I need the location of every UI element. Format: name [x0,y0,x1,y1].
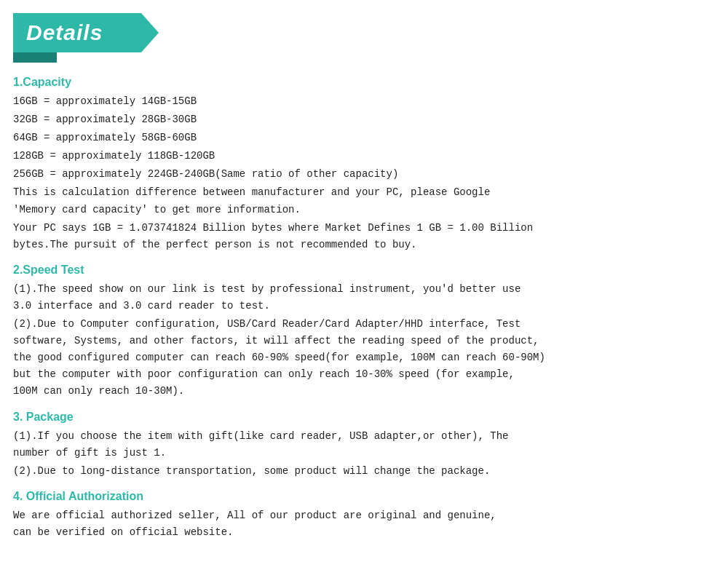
paragraph: 64GB = approximately 58GB-60GB [13,130,715,146]
banner-shadow [13,52,57,63]
section-heading-speed-test: 2.Speed Test [13,264,715,277]
paragraph: This is calculation difference between m… [13,184,715,218]
section-body-official-authorization: We are official authorized seller, All o… [13,507,715,541]
section-body-speed-test: (1).The speed show on our link is test b… [13,281,715,400]
section-speed-test: 2.Speed Test(1).The speed show on our li… [13,264,715,400]
page-wrapper: Details 1.Capacity16GB = approximately 1… [0,0,728,586]
sections-container: 1.Capacity16GB = approximately 14GB-15GB… [13,76,715,541]
section-package: 3. Package(1).If you choose the item wit… [13,411,715,480]
paragraph: (2).Due to long-distance transportation,… [13,463,715,480]
details-banner: Details [13,13,159,52]
paragraph: 128GB = approximately 118GB-120GB [13,148,715,165]
section-body-capacity: 16GB = approximately 14GB-15GB32GB = app… [13,93,715,253]
paragraph: 32GB = approximately 28GB-30GB [13,111,715,128]
section-heading-capacity: 1.Capacity [13,76,715,89]
section-capacity: 1.Capacity16GB = approximately 14GB-15GB… [13,76,715,253]
section-heading-official-authorization: 4. Official Authorization [13,490,715,503]
paragraph: 16GB = approximately 14GB-15GB [13,93,715,110]
paragraph: (1).The speed show on our link is test b… [13,281,715,314]
section-body-package: (1).If you choose the item with gift(lik… [13,428,715,480]
paragraph: We are official authorized seller, All o… [13,507,715,541]
details-banner-text: Details [26,20,103,45]
paragraph: (1).If you choose the item with gift(lik… [13,428,715,462]
details-banner-bg: Details [13,13,159,52]
section-heading-package: 3. Package [13,411,715,424]
paragraph: Your PC says 1GB = 1.073741824 Billion b… [13,220,715,253]
paragraph: (2).Due to Computer configuration, USB/C… [13,316,715,400]
paragraph: 256GB = approximately 224GB-240GB(Same r… [13,166,715,183]
section-official-authorization: 4. Official AuthorizationWe are official… [13,490,715,541]
